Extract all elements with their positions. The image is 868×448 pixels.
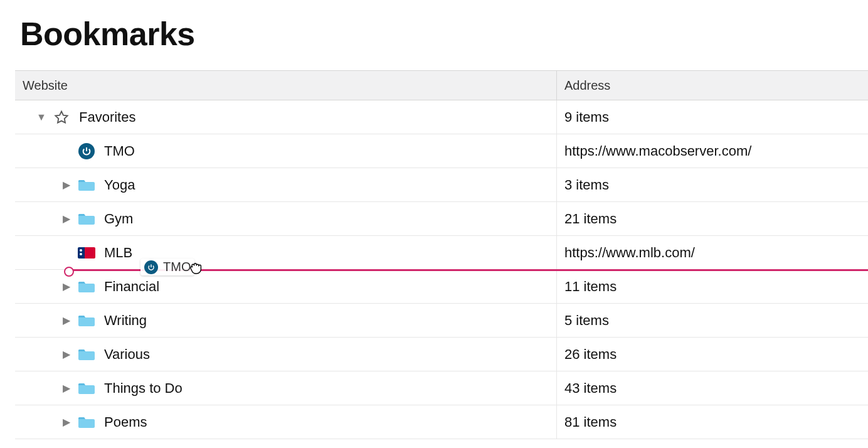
disclosure-triangle-right-icon[interactable]: ▶ [59, 348, 74, 360]
mlb-favicon-icon [77, 243, 97, 263]
folder-label: Gym [104, 211, 133, 227]
folder-row-writing[interactable]: ▶ Writing 5 items [15, 304, 868, 338]
page-title: Bookmarks [20, 15, 868, 53]
folder-icon [77, 209, 97, 229]
folder-row-gym[interactable]: ▶ Gym 21 items [15, 202, 868, 236]
bookmark-row-tmo[interactable]: ▶ TMO https://www.macobserver.com/ [15, 134, 868, 168]
disclosure-triangle-right-icon[interactable]: ▶ [59, 382, 74, 394]
drag-ghost-item: TMO [140, 259, 194, 275]
folder-row-things-to-do[interactable]: ▶ Things to Do 43 items [15, 371, 868, 405]
folder-count: 81 items [557, 405, 868, 439]
folder-row-yoga[interactable]: ▶ Yoga 3 items [15, 168, 868, 202]
folder-count: 5 items [557, 304, 868, 337]
tmo-favicon-icon [77, 141, 97, 161]
bookmark-address: https://www.macobserver.com/ [557, 134, 868, 168]
folder-count: 21 items [557, 202, 868, 235]
bookmark-address: https://www.mlb.com/ [557, 236, 868, 269]
disclosure-triangle-right-icon[interactable]: ▶ [59, 416, 74, 428]
disclosure-triangle-right-icon[interactable]: ▶ [59, 280, 74, 292]
favorites-folder-row[interactable]: ▼ Favorites 9 items [15, 100, 868, 134]
folder-icon [77, 277, 97, 297]
folder-count: 11 items [557, 270, 868, 303]
folder-label: Various [104, 346, 150, 363]
folder-count: 26 items [557, 338, 868, 371]
folder-label: Writing [104, 312, 147, 329]
column-header-address[interactable]: Address [557, 71, 868, 100]
folder-icon [77, 311, 97, 331]
column-header-website[interactable]: Website [15, 71, 557, 100]
disclosure-triangle-down-icon[interactable]: ▼ [34, 112, 49, 123]
disclosure-triangle-right-icon[interactable]: ▶ [59, 179, 74, 191]
folder-icon [77, 412, 97, 432]
folder-count: 3 items [557, 168, 868, 201]
folder-label: Financial [104, 279, 159, 295]
folder-icon [77, 344, 97, 365]
drag-ghost-label: TMO [163, 260, 191, 274]
favorites-count: 9 items [557, 100, 868, 134]
folder-row-poems[interactable]: ▶ Poems 81 items [15, 405, 868, 439]
grab-cursor-icon [188, 259, 205, 279]
star-icon [51, 107, 71, 127]
bookmark-label: TMO [104, 143, 135, 159]
folder-icon [77, 378, 97, 398]
table-header: Website Address [15, 70, 868, 100]
disclosure-triangle-right-icon[interactable]: ▶ [59, 314, 74, 326]
disclosure-triangle-right-icon[interactable]: ▶ [59, 213, 74, 225]
folder-label: Poems [104, 414, 147, 430]
folder-icon [77, 175, 97, 195]
folder-label: Things to Do [104, 380, 183, 397]
folder-count: 43 items [557, 371, 868, 405]
folder-label: Yoga [104, 177, 135, 193]
favorites-label: Favorites [79, 109, 135, 125]
folder-row-various[interactable]: ▶ Various 26 items [15, 338, 868, 371]
bookmark-label: MLB [104, 245, 132, 261]
